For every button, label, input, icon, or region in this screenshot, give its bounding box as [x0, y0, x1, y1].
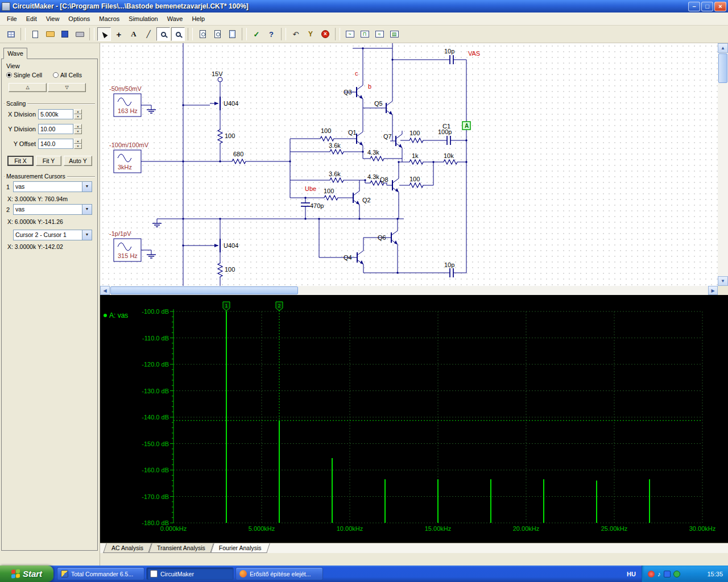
fourier-chart[interactable]: -100.0 dB-110.0 dB-120.0 dB-130.0 dB-140… [100, 295, 728, 543]
chevron-down-icon[interactable]: ▼ [82, 230, 92, 240]
y-offset-spinner[interactable]: ▲▼ [74, 139, 82, 149]
resistor[interactable]: 3.6k [329, 142, 345, 154]
transistor[interactable]: Q6 [378, 227, 398, 248]
transistor[interactable]: Q3 [344, 82, 363, 102]
tab-transient-analysis[interactable]: Transient Analysis [150, 543, 212, 553]
resistor[interactable]: 10k [442, 152, 458, 164]
resistor[interactable]: 100 [218, 262, 235, 278]
signal-source[interactable]: -50m/50mV163 Hz [109, 85, 142, 117]
browse-sheet-icon[interactable] [4, 27, 18, 41]
scroll-down-icon[interactable]: ▼ [718, 276, 728, 286]
auto-y-button[interactable]: Auto Y [64, 156, 92, 166]
select-tool-icon[interactable] [97, 27, 111, 41]
y-division-input[interactable]: 10.00 [38, 124, 73, 134]
spin-down-icon[interactable]: ▼ [74, 129, 82, 134]
capacitor[interactable]: 100pC1 [438, 123, 454, 145]
transistor[interactable]: Q4 [344, 247, 363, 268]
cell-down-button[interactable]: ▽ [48, 83, 86, 92]
cursor1-signal-select[interactable]: vas▼ [13, 181, 92, 192]
x-division-input[interactable]: 5.000k [38, 109, 73, 119]
analog-scope-icon[interactable]: ~ [343, 27, 357, 41]
help-icon[interactable]: ? [264, 27, 278, 41]
save-icon[interactable] [58, 27, 72, 41]
menu-view[interactable]: View [42, 13, 64, 26]
zoom-out-page-icon[interactable] [210, 27, 224, 41]
scope-setup-icon[interactable]: ▤ [387, 27, 401, 41]
resistor[interactable]: 1k [408, 152, 424, 164]
stop-simulation-icon[interactable]: × [318, 27, 332, 41]
cursor2-signal-select[interactable]: vas▼ [13, 204, 92, 215]
y-division-spinner[interactable]: ▲▼ [74, 124, 82, 134]
taskbar-button[interactable]: CircuitMaker [146, 567, 234, 580]
zoom-in-page-icon[interactable] [196, 27, 209, 41]
menu-file[interactable]: File [2, 13, 22, 26]
cell-up-button[interactable]: △ [9, 83, 47, 92]
signal-source[interactable]: -1p/1pV315 Hz [109, 230, 141, 261]
print-icon[interactable] [73, 27, 86, 41]
fit-page-icon[interactable] [225, 27, 239, 41]
y-offset-input[interactable]: 140.0 [38, 139, 73, 149]
capacitor[interactable]: 10p [444, 48, 457, 64]
radio-single-cell[interactable]: Single Cell [6, 72, 42, 78]
fit-y-button[interactable]: Fit Y [36, 156, 61, 166]
resistor[interactable]: 100 [408, 130, 424, 143]
transistor[interactable]: Q2 [348, 188, 371, 208]
horizontal-scroll-thumb[interactable] [110, 286, 298, 294]
fit-x-button[interactable]: Fit X [7, 156, 34, 166]
wire-tool-icon[interactable]: ╱ [142, 27, 155, 41]
messenger-tray-icon[interactable] [673, 571, 680, 577]
scope-probe[interactable]: A [462, 122, 470, 130]
schematic-horizontal-scrollbar[interactable]: ◀ ▶ [100, 286, 718, 295]
vertical-scroll-thumb[interactable] [718, 53, 727, 83]
run-simulation-icon[interactable]: ✓ [250, 27, 263, 41]
radio-all-cells[interactable]: All Cells [53, 72, 82, 78]
jfet[interactable]: U404 [210, 97, 238, 110]
text-tool-icon[interactable]: A [127, 27, 140, 41]
cursor-diff-select[interactable]: Cursor 2 - Cursor 1▼ [13, 230, 92, 240]
taskbar-button[interactable]: Total Commander 6.5... [57, 567, 144, 580]
digital-scope-icon[interactable]: ⊓ [358, 27, 371, 41]
shield-tray-icon[interactable] [648, 571, 655, 577]
resistor[interactable]: 100 [319, 127, 335, 141]
menu-help[interactable]: Help [187, 13, 209, 26]
schematic-svg[interactable]: 1001006801003.6k4.3k3.6k4.3k1001001k10k1… [100, 43, 718, 286]
schematic-canvas[interactable]: 1001006801003.6k4.3k3.6k4.3k1001001k10k1… [100, 43, 718, 286]
resistor[interactable]: 100 [408, 176, 424, 188]
power-node[interactable]: 15V [212, 70, 223, 82]
close-button[interactable]: × [714, 2, 726, 11]
menu-edit[interactable]: Edit [22, 13, 42, 26]
title-bar[interactable]: CircuitMaker - [C:\Program Files\...\Bas… [0, 0, 728, 13]
volume-tray-icon[interactable]: ♪ [657, 571, 661, 577]
jfet[interactable]: U404 [210, 239, 238, 252]
mixed-scope-icon[interactable]: ≈ [373, 27, 386, 41]
x-division-spinner[interactable]: ▲▼ [74, 109, 82, 119]
menu-wave[interactable]: Wave [163, 13, 188, 26]
spin-up-icon[interactable]: ▲ [74, 109, 82, 114]
spin-down-icon[interactable]: ▼ [74, 114, 82, 119]
tab-ac-analysis[interactable]: AC Analysis [105, 543, 150, 553]
language-indicator[interactable]: HU [621, 571, 642, 577]
maximize-button[interactable]: □ [701, 2, 713, 11]
reset-icon[interactable]: ↶ [289, 27, 303, 41]
resistor[interactable]: 4.3k [367, 149, 385, 161]
chevron-down-icon[interactable]: ▼ [82, 205, 92, 214]
zoom-tool-icon[interactable] [156, 27, 170, 41]
fourier-chart-svg[interactable]: -100.0 dB-110.0 dB-120.0 dB-130.0 dB-140… [100, 295, 728, 543]
spin-up-icon[interactable]: ▲ [74, 139, 82, 144]
schematic-vertical-scrollbar[interactable]: ▲ ▼ [718, 43, 728, 286]
taskbar-button[interactable]: Erősítő építése elejét... [235, 567, 323, 580]
menu-simulation[interactable]: Simulation [124, 13, 162, 26]
capacitor[interactable]: 470p [301, 199, 324, 210]
menu-macros[interactable]: Macros [94, 13, 124, 26]
wave-tab[interactable]: Wave [3, 48, 27, 59]
chevron-down-icon[interactable]: ▼ [82, 182, 92, 192]
probe-tool-icon[interactable]: Y [304, 27, 317, 41]
new-file-icon[interactable] [28, 27, 42, 41]
resistor[interactable]: 3.6k [329, 171, 345, 182]
network-tray-icon[interactable] [664, 571, 671, 577]
scroll-left-icon[interactable]: ◀ [100, 286, 110, 295]
scroll-up-icon[interactable]: ▲ [718, 43, 728, 53]
minimize-button[interactable]: – [688, 2, 700, 11]
scroll-right-icon[interactable]: ▶ [708, 286, 718, 295]
signal-source[interactable]: -100m/100mV3kHz [109, 142, 149, 173]
